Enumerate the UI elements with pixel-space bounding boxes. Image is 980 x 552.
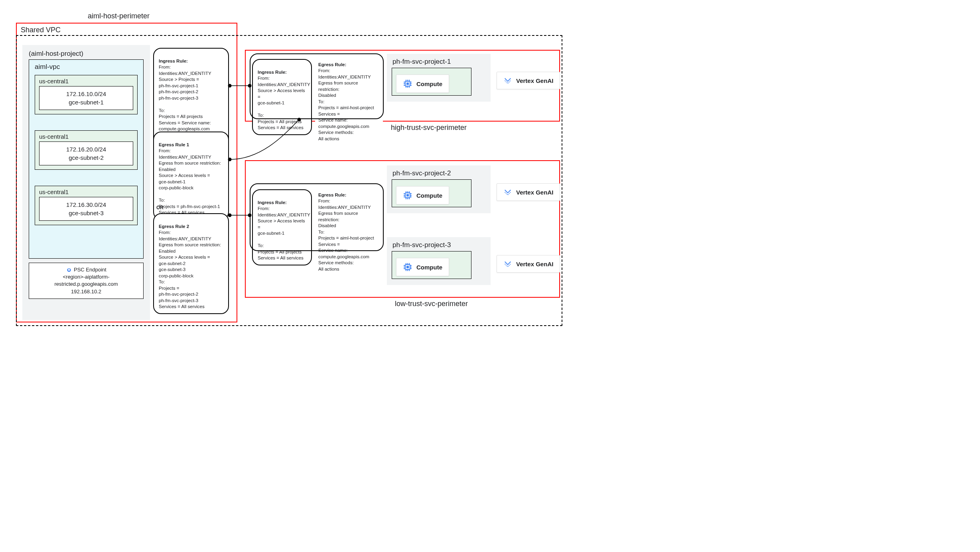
vertex-label: Vertex GenAI	[516, 261, 553, 267]
rule-title: Egress Rule:	[318, 62, 346, 67]
subnet-2-region: us-central1	[39, 133, 133, 140]
psc-endpoint-host: <region>-aiplatform-restricted.p.googlea…	[55, 274, 118, 287]
vertex-ai-icon	[503, 188, 512, 196]
host-egress-rule-2: Egress Rule 2 From: Identities:ANY_IDENT…	[153, 213, 229, 314]
psc-endpoint-box: PSC Endpoint <region>-aiplatform-restric…	[29, 263, 144, 299]
svg-rect-3	[406, 83, 409, 85]
aiml-host-perimeter-label: aiml-host-perimeter	[88, 12, 150, 20]
subnet-1-name: gce-subnet-1	[69, 99, 104, 106]
vertex-ai-icon	[503, 76, 512, 85]
svg-rect-31	[406, 266, 409, 268]
rule-body: From: Identities:ANY_IDENTITY Egress fro…	[159, 230, 221, 309]
rule-body: From: Identities:ANY_IDENTITY Egress fro…	[159, 148, 221, 215]
rule-title: Egress Rule:	[318, 193, 346, 197]
compute-engine-icon	[403, 79, 412, 88]
rule-title: Egress Rule 2	[159, 224, 189, 229]
subnet-3-box: us-central1 172.16.30.0/24 gce-subnet-3	[35, 186, 138, 225]
aiml-vpc-label: aiml-vpc	[35, 63, 138, 71]
subnet-3-name: gce-subnet-3	[69, 210, 104, 216]
compute-label: Compute	[416, 81, 442, 87]
svc-project-1-compute-group: Compute	[392, 68, 471, 96]
high-trust-ingress-rule: Ingress Rule: From: Identities:ANY_IDENT…	[252, 59, 312, 135]
subnet-1-region: us-central1	[39, 78, 133, 84]
psc-endpoint-title: PSC Endpoint	[74, 266, 106, 273]
psc-lock-icon	[66, 266, 72, 273]
rule-title: Ingress Rule:	[159, 59, 188, 63]
architecture-diagram: aiml-host-perimeter Shared VPC (aiml-hos…	[8, 8, 602, 339]
subnet-2-inner: 172.16.20.0/24 gce-subnet-2	[39, 141, 133, 165]
subnet-3-inner: 172.16.30.0/24 gce-subnet-3	[39, 197, 133, 221]
subnet-3-cidr: 172.16.30.0/24	[66, 201, 106, 208]
vertex-label: Vertex GenAI	[516, 189, 553, 196]
subnet-1-box: us-central1 172.16.10.0/24 gce-subnet-1	[35, 75, 138, 114]
subnet-2-box: us-central1 172.16.20.0/24 gce-subnet-2	[35, 130, 138, 170]
svc-project-1-title: ph-fm-svc-project-1	[392, 58, 485, 66]
svc-project-2-compute-group: Compute	[392, 179, 471, 207]
compute-badge: Compute	[396, 75, 449, 93]
compute-label: Compute	[416, 264, 442, 271]
high-trust-perimeter-label: high-trust-svc-perimeter	[391, 124, 467, 132]
svc-project-2-vertex-badge: Vertex GenAI	[497, 183, 560, 201]
svg-rect-17	[406, 194, 409, 196]
aiml-vpc-box: aiml-vpc us-central1 172.16.10.0/24 gce-…	[29, 59, 144, 259]
psc-endpoint-ip: 192.168.10.2	[71, 289, 101, 295]
svc-project-3-compute-group: Compute	[392, 251, 471, 279]
low-trust-egress-rule: Egress Rule: From: Identities:ANY_IDENTI…	[315, 183, 383, 275]
compute-engine-icon	[403, 191, 412, 200]
low-trust-perimeter-label: low-trust-svc-perimeter	[395, 300, 468, 308]
subnet-3-region: us-central1	[39, 189, 133, 195]
aiml-host-project-label: (aiml-host-project)	[29, 50, 144, 58]
rule-body: From: Identities:ANY_IDENTITY Egress fro…	[318, 68, 374, 141]
vertex-ai-icon	[503, 259, 512, 268]
subnet-2-cidr: 172.16.20.0/24	[66, 146, 106, 153]
rule-body: From: Identities:ANY_IDENTITY Source > A…	[258, 76, 310, 130]
svg-rect-1	[68, 269, 70, 271]
svc-project-3-vertex-badge: Vertex GenAI	[497, 255, 560, 273]
rule-body: From: Identities:ANY_IDENTITY Egress fro…	[318, 198, 374, 271]
host-egress-rule-1: Egress Rule 1 From: Identities:ANY_IDENT…	[153, 132, 229, 220]
svc-project-2-title: ph-fm-svc-project-2	[392, 169, 485, 177]
high-trust-egress-rule: Egress Rule: From: Identities:ANY_IDENTI…	[315, 53, 383, 144]
aiml-host-project-box: (aiml-host-project) aiml-vpc us-central1…	[22, 45, 150, 320]
rule-title: Ingress Rule:	[258, 70, 287, 75]
subnet-1-cidr: 172.16.10.0/24	[66, 90, 106, 97]
subnet-1-inner: 172.16.10.0/24 gce-subnet-1	[39, 86, 133, 110]
rule-body: From: Identities:ANY_IDENTITY Source > A…	[258, 206, 310, 260]
or-label: OR	[156, 205, 164, 210]
rule-title: Egress Rule 1	[159, 142, 189, 147]
compute-engine-icon	[403, 262, 412, 272]
compute-label: Compute	[416, 192, 442, 199]
svc-project-1-vertex-badge: Vertex GenAI	[497, 72, 560, 89]
compute-badge: Compute	[396, 258, 449, 276]
compute-badge: Compute	[396, 186, 449, 204]
vertex-label: Vertex GenAI	[516, 77, 553, 84]
rule-title: Ingress Rule:	[258, 200, 287, 205]
low-trust-ingress-rule: Ingress Rule: From: Identities:ANY_IDENT…	[252, 189, 312, 265]
svc-project-3-title: ph-fm-svc-project-3	[392, 241, 485, 249]
subnet-2-name: gce-subnet-2	[69, 154, 104, 161]
shared-vpc-label: Shared VPC	[19, 26, 62, 34]
